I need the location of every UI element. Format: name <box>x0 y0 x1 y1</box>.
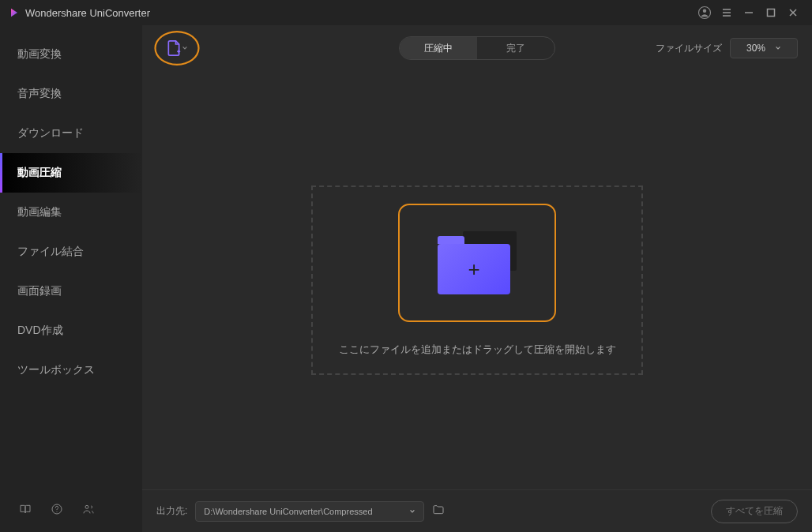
app-title: Wondershare UniConverter <box>25 7 150 19</box>
book-icon <box>19 503 32 515</box>
app-logo: Wondershare UniConverter <box>8 6 150 19</box>
compress-all-button[interactable]: すべてを圧縮 <box>711 500 798 523</box>
help-button[interactable] <box>51 503 63 519</box>
sidebar-item-dvd-create[interactable]: DVD作成 <box>0 311 142 350</box>
svg-point-1 <box>703 9 707 13</box>
sidebar-item-label: 音声変換 <box>17 87 62 101</box>
folder-icon <box>432 504 445 516</box>
tab-done[interactable]: 完了 <box>477 37 554 59</box>
add-file-button[interactable] <box>156 32 197 64</box>
sidebar-item-file-merge[interactable]: ファイル結合 <box>0 232 142 272</box>
sidebar-item-label: 画面録画 <box>17 284 62 298</box>
sidebar-item-toolbox[interactable]: ツールボックス <box>0 350 142 390</box>
user-circle-icon <box>697 6 712 20</box>
toolbar: 圧縮中 完了 ファイルサイズ 30% <box>142 25 812 71</box>
chevron-down-icon <box>775 45 781 51</box>
people-icon <box>82 503 95 515</box>
close-button[interactable] <box>782 2 804 24</box>
output-path-value: D:\Wondershare UniConverter\Compressed <box>204 507 403 516</box>
chevron-down-icon <box>409 508 415 515</box>
filesize-select[interactable]: 30% <box>730 38 798 58</box>
sidebar-item-video-convert[interactable]: 動画変換 <box>0 35 142 74</box>
titlebar: Wondershare UniConverter <box>0 0 812 25</box>
sidebar-item-label: DVD作成 <box>17 324 63 338</box>
sidebar-item-audio-convert[interactable]: 音声変換 <box>0 74 142 114</box>
sidebar-item-label: ツールボックス <box>17 363 95 377</box>
sidebar: 動画変換 音声変換 ダウンロード 動画圧縮 動画編集 ファイル結合 画面録画 D… <box>0 25 142 532</box>
output-label: 出力先: <box>156 504 187 518</box>
sidebar-item-label: 動画変換 <box>17 47 62 62</box>
help-icon <box>51 503 63 515</box>
minimize-button[interactable] <box>738 2 760 24</box>
close-icon <box>788 8 798 17</box>
minimize-icon <box>744 8 754 17</box>
tab-compressing[interactable]: 圧縮中 <box>400 37 477 59</box>
feedback-button[interactable] <box>82 503 95 519</box>
filesize-label: ファイルサイズ <box>656 42 722 55</box>
filesize-value: 30% <box>746 43 765 54</box>
folder-plus-icon: + <box>438 231 517 294</box>
status-tabs: 圧縮中 完了 <box>399 36 555 60</box>
sidebar-item-video-compress[interactable]: 動画圧縮 <box>0 153 142 193</box>
sidebar-item-label: ダウンロード <box>17 126 84 140</box>
sidebar-item-label: 動画圧縮 <box>17 166 62 180</box>
dropzone[interactable]: + ここにファイルを追加またはドラッグして圧縮を開始します <box>311 185 643 375</box>
dropzone-text: ここにファイルを追加またはドラッグして圧縮を開始します <box>339 343 616 357</box>
add-folder-button[interactable]: + <box>398 204 556 322</box>
open-output-folder-button[interactable] <box>432 504 445 519</box>
hamburger-icon <box>722 8 731 17</box>
guide-button[interactable] <box>19 503 32 519</box>
sidebar-item-label: 動画編集 <box>17 205 62 219</box>
sidebar-item-label: ファイル結合 <box>17 245 84 259</box>
account-button[interactable] <box>694 2 716 24</box>
maximize-button[interactable] <box>760 2 782 24</box>
svg-rect-2 <box>768 9 775 17</box>
sidebar-item-video-edit[interactable]: 動画編集 <box>0 193 142 232</box>
maximize-icon <box>766 8 776 17</box>
bottombar: 出力先: D:\Wondershare UniConverter\Compres… <box>142 489 812 532</box>
hamburger-menu-button[interactable] <box>716 2 738 24</box>
logo-icon <box>8 6 21 19</box>
sidebar-item-download[interactable]: ダウンロード <box>0 114 142 153</box>
output-path-select[interactable]: D:\Wondershare UniConverter\Compressed <box>195 501 424 522</box>
svg-point-4 <box>85 505 88 508</box>
sidebar-item-screen-record[interactable]: 画面録画 <box>0 272 142 311</box>
main-panel: 圧縮中 完了 ファイルサイズ 30% + <box>142 25 812 532</box>
highlight-annotation <box>154 31 199 66</box>
